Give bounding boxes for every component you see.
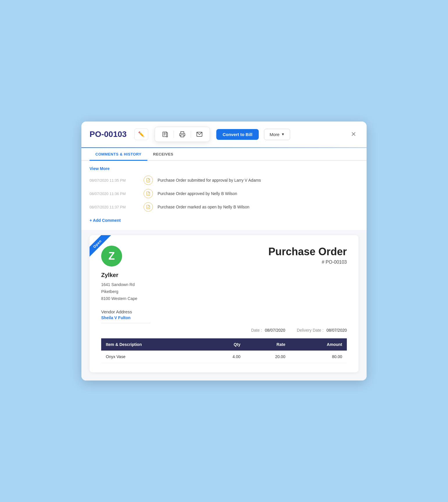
divider1	[174, 131, 174, 138]
comments-section: View More 08/07/2020 11:35 PM Purchase O…	[81, 161, 367, 230]
cell-amount: 80.00	[290, 351, 347, 363]
document-section: Open Z Zylker 1641 Sandown Rd Piketberg …	[81, 230, 367, 380]
history-item: 08/07/2020 11:36 PM Purchase Order appro…	[90, 189, 358, 198]
table-header: Item & Description Qty Rate Amount	[101, 338, 347, 351]
history-timestamp: 08/07/2020 11:36 PM	[90, 192, 139, 196]
table-body: Onyx Vase 4.00 20.00 80.00	[101, 351, 347, 363]
email-button[interactable]	[193, 129, 206, 139]
doc-number: # PO-00103	[268, 260, 347, 265]
vendor-name: Zylker	[101, 272, 137, 278]
date-label: Date :	[251, 328, 262, 333]
doc-header-row: Z Zylker 1641 Sandown Rd Piketberg 8100 …	[101, 246, 347, 302]
cell-rate: 20.00	[245, 351, 290, 363]
history-icon-0	[144, 176, 153, 185]
cell-item: Onyx Vase	[101, 351, 206, 363]
add-comment-link[interactable]: + Add Comment	[90, 218, 121, 223]
col-header-item: Item & Description	[101, 338, 206, 351]
document-card: Open Z Zylker 1641 Sandown Rd Piketberg …	[90, 235, 358, 372]
vendor-address-section: Vendor Address Sheila V Fulton	[101, 309, 347, 323]
doc-title-section: Purchase Order # PO-00103	[268, 246, 347, 265]
cell-qty: 4.00	[206, 351, 245, 363]
history-text-1: Purchase Order approved by Nelly B Wilso…	[158, 191, 237, 196]
history-timestamp: 08/07/2020 11:35 PM	[90, 178, 139, 183]
col-header-qty: Qty	[206, 338, 245, 351]
pdf-button[interactable]	[159, 129, 171, 139]
history-timestamp: 08/07/2020 11:37 PM	[90, 205, 139, 209]
doc-title: Purchase Order	[268, 246, 347, 258]
more-button[interactable]: More ▼	[264, 129, 290, 140]
modal: PO-00103 ✏️	[81, 122, 367, 380]
delivery-date-label: Delivery Date :	[297, 328, 324, 333]
col-header-rate: Rate	[245, 338, 290, 351]
vendor-contact-link[interactable]: Sheila V Fulton	[101, 315, 347, 320]
convert-to-bill-button[interactable]: Convert to Bill	[216, 129, 259, 140]
svg-rect-1	[181, 135, 184, 137]
view-more-link[interactable]: View More	[90, 166, 110, 171]
vendor-address-lines: 1641 Sandown Rd Piketberg 8100 Western C…	[101, 281, 137, 302]
vendor-address-label: Vendor Address	[101, 309, 347, 314]
chevron-down-icon: ▼	[281, 132, 285, 136]
address-divider	[101, 323, 151, 323]
po-title: PO-00103	[90, 130, 127, 139]
header: PO-00103 ✏️	[81, 122, 367, 147]
edit-button[interactable]: ✏️	[134, 128, 148, 140]
doc-meta: Date : 08/07/2020 Delivery Date : 08/07/…	[101, 328, 347, 333]
history-item: 08/07/2020 11:35 PM Purchase Order submi…	[90, 176, 358, 185]
close-button[interactable]: ✕	[349, 129, 358, 139]
history-item: 08/07/2020 11:37 PM Purchase Order marke…	[90, 202, 358, 212]
svg-rect-0	[163, 132, 166, 137]
col-header-amount: Amount	[290, 338, 347, 351]
tabs: COMMENTS & HISTORY RECEIVES	[81, 148, 367, 161]
history-text-2: Purchase Order marked as open by Nelly B…	[158, 205, 249, 209]
table-row: Onyx Vase 4.00 20.00 80.00	[101, 351, 347, 363]
toolbar-group	[155, 127, 210, 142]
tab-comments-history[interactable]: COMMENTS & HISTORY	[90, 148, 147, 161]
history-text-0: Purchase Order submitted for approval by…	[158, 178, 261, 183]
delivery-date-item: Delivery Date : 08/07/2020	[297, 328, 347, 333]
divider2	[191, 131, 191, 138]
open-badge-text: Open	[90, 235, 111, 258]
print-button[interactable]	[176, 129, 188, 139]
history-icon-1	[144, 189, 153, 198]
date-value: 08/07/2020	[265, 328, 285, 333]
page-wrapper: PO-00103 ✏️	[73, 113, 375, 389]
history-icon-2	[144, 202, 153, 212]
tab-receives[interactable]: RECEIVES	[147, 148, 179, 161]
delivery-date-value: 08/07/2020	[326, 328, 347, 333]
open-badge: Open	[90, 235, 116, 261]
line-items-table: Item & Description Qty Rate Amount Onyx …	[101, 338, 347, 363]
date-item: Date : 08/07/2020	[251, 328, 285, 333]
